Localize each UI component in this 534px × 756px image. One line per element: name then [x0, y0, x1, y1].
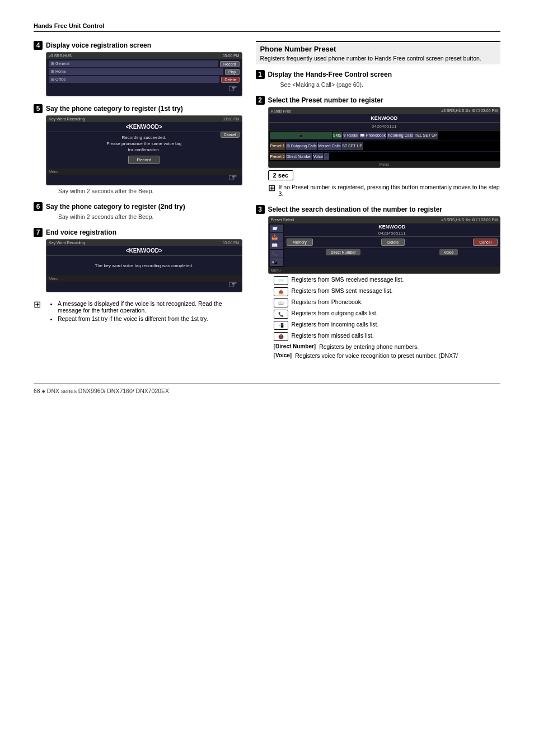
ps-menu: Menu [269, 267, 500, 273]
reg-icon-1: 📨 [274, 276, 288, 285]
reg-text-1: Registers from SMS received message list… [292, 276, 404, 285]
dv-btns-3: Delete [221, 77, 239, 83]
reg-item-8: [Voice] Registers voice for voice recogn… [274, 352, 500, 359]
left-notes: ⊞ A message is displayed if the voice is… [34, 300, 242, 324]
reg-icon-6: 📵 [274, 332, 288, 341]
ps-left-icons: 📨 📤 📖 📞 📲 [269, 223, 284, 267]
step5-body: Key Word Recording 03:00 PM <KENWOOD> Ca… [46, 115, 242, 194]
note-icon-left: ⊞ [34, 300, 41, 309]
step3-block: 3 Select the search destination of the n… [256, 205, 500, 359]
step3-body: Preset Select ≥3 SRS,HUS 1hr ⚙ ☐ 03:00 P… [268, 216, 500, 359]
ps-status: ≥3 SRS,HUS 1hr ⚙ ☐ 03:00 PM [441, 218, 498, 222]
step2-hf-title: Hands Free [271, 109, 292, 113]
finger-icon-step5: ☞ [228, 171, 237, 184]
reg-icon-2: 📤 [274, 287, 288, 296]
reg-item-6: 📵 Registers from missed calls list. [274, 332, 500, 341]
step2-note-text: If no Preset number is registered, press… [279, 184, 500, 197]
right-column: Phone Number Preset Registers frequently… [256, 41, 500, 367]
ps-number: 04234565111 [284, 230, 500, 237]
pnp-header: Phone Number Preset Registers frequently… [256, 41, 500, 64]
finger-icon-step7: ☞ [228, 278, 237, 291]
tel-setup-cell[interactable]: TEL SET UP [414, 132, 438, 139]
step2-menu: Menu [269, 161, 500, 167]
ps-icon-4[interactable]: 📞 [270, 250, 283, 258]
step4-block: 4 Display voice registration screen ≥3 S… [34, 41, 242, 96]
step5-kenwood: <KENWOOD> [46, 122, 242, 132]
step5-block: 5 Say the phone category to register (1s… [34, 104, 242, 194]
page-header-text: Hands Free Unit Control [34, 22, 105, 29]
step1-label: Display the Hands-Free Control screen [268, 71, 392, 78]
step1-header: 1 Display the Hands-Free Control screen [256, 70, 500, 79]
step2-number: 0426465111 [269, 123, 500, 130]
ps-icon-2[interactable]: 📤 [270, 233, 283, 241]
step5-screen: Key Word Recording 03:00 PM <KENWOOD> Ca… [46, 115, 242, 185]
pnp-title: Phone Number Preset [260, 45, 496, 53]
step6-header: 6 Say the phone category to register (2n… [34, 202, 242, 211]
registers-list: 📨 Registers from SMS received message li… [274, 276, 500, 359]
step2-screen: Hands Free ≥3 SRS,HUS 1hr ⚙ ☐ 03:00 PM K… [268, 107, 500, 168]
left-bullet-1: A message is displayed if the voice is n… [58, 300, 242, 314]
left-column: 4 Display voice registration screen ≥3 S… [34, 41, 242, 367]
step5-msg1: Recording succeeded. [50, 134, 238, 141]
preset1-cell[interactable]: Preset 1 [270, 142, 285, 150]
ps-buttons: Memory Delete Cancel [284, 237, 500, 248]
finger-icon-step4: ☞ [228, 82, 237, 95]
reg-text-4: Registers from outgoing calls list. [292, 310, 378, 319]
step5-subtext: Say within 2 seconds after the Beep. [58, 188, 242, 194]
page-footer-text: 68 ● DNX series DNX9960/ DNX7160/ DNX702… [34, 388, 169, 394]
step4-body: ≥3 SRS,HUS 03:00 PM ⊞ General Record [46, 52, 242, 96]
voice-cell[interactable]: Voice [313, 153, 324, 160]
play-btn[interactable]: Play [225, 69, 240, 75]
step3-header: 3 Select the search destination of the n… [256, 205, 500, 214]
ps-icon-3[interactable]: 📖 [270, 241, 283, 249]
redial-cell[interactable]: ⚲ Redial [343, 132, 359, 139]
step5-cancel-btn[interactable]: Cancel [221, 132, 240, 138]
reg-icon-3: 📖 [274, 298, 288, 307]
reg-item-2: 📤 Registers from SMS sent message list. [274, 287, 500, 296]
step6-label: Say the phone category to register (2nd … [46, 203, 185, 211]
ps-icon-1[interactable]: 📨 [270, 225, 283, 232]
dv-btns-2: Play [225, 69, 240, 75]
step7-bar: Key Word Recording 03:00 PM [46, 240, 242, 246]
step2-note-icon: ⊞ [268, 184, 275, 193]
cancel-ps-btn[interactable]: Cancel [473, 239, 498, 246]
dv-row-3: ⊞ Office Delete [49, 76, 240, 83]
outgoing-cell[interactable]: ⊞ Outgoing Calls [286, 142, 317, 150]
step2-sms-row: 📱 SMS ⚲ Redial 📖 Phonebook Incoming Call… [269, 130, 500, 141]
ps-header: Preset Select ≥3 SRS,HUS 1hr ⚙ ☐ 03:00 P… [269, 217, 500, 223]
step5-body-content: Recording succeeded. Please pronounce th… [46, 132, 242, 169]
missed-cell[interactable]: Missed Calls [318, 142, 341, 150]
step7-label: End voice registration [46, 228, 116, 236]
direct-number-ps-btn[interactable]: Direct Number [326, 249, 360, 255]
memory-btn[interactable]: Memory [287, 239, 313, 246]
preset2-cell[interactable]: Preset 2 [270, 153, 285, 160]
dv-row-2: ⊞ Home Play [49, 68, 240, 75]
step1-subtext: See <Making a Call> (page 60). [280, 81, 500, 88]
direct-number-cell[interactable]: Direct Number [286, 153, 312, 160]
step5-record-btn[interactable]: Record [128, 156, 160, 164]
pnp-desc: Registers frequently used phone number t… [260, 55, 496, 62]
step2-num: 2 [256, 96, 265, 105]
delete-ps-btn[interactable]: Delete [381, 239, 405, 246]
delete-btn[interactable]: Delete [221, 77, 239, 83]
step2-preset2-row: Preset 2 Direct Number Voice — [269, 152, 500, 161]
reg-icon-4: 📞 [274, 310, 288, 319]
reg-text-8: Registers voice for voice recognition to… [295, 352, 458, 359]
two-sec-badge: 2 sec [268, 170, 294, 180]
page: Hands Free Unit Control 4 Display voice … [0, 0, 534, 756]
step7-num: 7 [34, 228, 43, 237]
ps-icon-5[interactable]: 📲 [270, 258, 283, 266]
step2-label: Select the Preset number to register [268, 96, 383, 104]
bt-setup-cell[interactable]: BT SET UP [341, 142, 363, 150]
record-btn-1[interactable]: Record [220, 61, 240, 67]
incoming-calls-cell[interactable]: Incoming Calls [387, 132, 414, 139]
step2-body: Hands Free ≥3 SRS,HUS 1hr ⚙ ☐ 03:00 PM K… [268, 107, 500, 197]
phonebook-cell[interactable]: 📖 Phonebook [359, 132, 386, 139]
step4-rows: ⊞ General Record ⊞ Home Play [46, 59, 242, 85]
ps-name: KENWOOD [284, 223, 500, 230]
left-bullets: A message is displayed if the voice is n… [50, 300, 242, 324]
voice-ps-btn[interactable]: Voice [439, 249, 458, 255]
step3-label: Select the search destination of the num… [268, 206, 442, 213]
page-header: Hands Free Unit Control [34, 22, 500, 32]
reg-text-2: Registers from SMS sent message list. [292, 287, 393, 296]
